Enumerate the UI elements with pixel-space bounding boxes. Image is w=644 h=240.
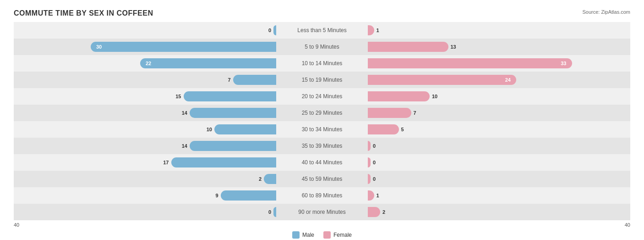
female-bar — [368, 207, 380, 217]
female-bar-container: 1 — [368, 25, 615, 35]
male-section: 2 — [14, 171, 276, 187]
legend-female-label: Female — [333, 232, 352, 238]
table-row: 1520 to 24 Minutes10 — [14, 88, 630, 105]
row-label: 60 to 89 Minutes — [276, 192, 368, 199]
row-label: 20 to 24 Minutes — [276, 93, 368, 100]
male-bar-container: 9 — [29, 190, 276, 201]
female-value: 7 — [414, 110, 416, 116]
row-label: Less than 5 Minutes — [276, 27, 368, 33]
female-bar-container: 13 — [368, 42, 615, 52]
chart-container: COMMUTE TIME BY SEX IN COFFEEN Source: Z… — [0, 0, 644, 240]
female-value: 0 — [373, 176, 376, 182]
row-label: 35 to 39 Minutes — [276, 143, 368, 149]
male-value: 2 — [259, 176, 262, 182]
male-value: 15 — [175, 94, 181, 99]
male-section: 0 — [14, 22, 276, 39]
female-section: 2424 — [368, 72, 630, 88]
male-bar-container: 3030 — [29, 42, 276, 52]
row-label: 45 to 59 Minutes — [276, 176, 368, 182]
male-bar — [233, 75, 277, 85]
male-value-inside: 30 — [96, 44, 102, 50]
female-bar — [368, 108, 411, 118]
table-row: 1030 to 34 Minutes5 — [14, 121, 630, 138]
row-label: 5 to 9 Minutes — [276, 44, 368, 50]
female-bar — [368, 141, 371, 151]
row-label: 10 to 14 Minutes — [276, 60, 368, 67]
female-value: 0 — [373, 160, 376, 165]
table-row: 960 to 89 Minutes1 — [14, 187, 630, 204]
female-value-inside: 33 — [561, 61, 566, 66]
female-section: 0 — [368, 171, 630, 187]
male-bar-container: 15 — [29, 91, 276, 101]
male-value-inside: 22 — [146, 61, 151, 66]
table-row: 30305 to 9 Minutes13 — [14, 39, 630, 55]
chart-title: COMMUTE TIME BY SEX IN COFFEEN — [14, 9, 630, 17]
male-value: 10 — [207, 127, 212, 132]
female-value: 1 — [377, 193, 379, 198]
axis-right: 40 — [625, 222, 630, 228]
female-bar-container: 7 — [368, 108, 615, 118]
female-section: 1 — [368, 22, 630, 39]
male-section: 9 — [14, 187, 276, 204]
male-section: 15 — [14, 88, 276, 105]
female-bar — [368, 174, 371, 184]
female-section: 0 — [368, 154, 630, 171]
female-section: 5 — [368, 121, 630, 138]
female-bar-container: 1 — [368, 190, 615, 201]
female-bar-container: 2424 — [368, 75, 615, 85]
female-value: 13 — [451, 44, 456, 50]
male-bar — [190, 108, 276, 118]
female-value: 5 — [401, 127, 404, 132]
male-bar-container: 7 — [29, 75, 276, 85]
female-bar-container: 5 — [368, 124, 615, 134]
female-bar — [368, 42, 448, 52]
male-bar-container: 14 — [29, 108, 276, 118]
male-bar: 22 — [140, 58, 276, 68]
row-label: 25 to 29 Minutes — [276, 110, 368, 116]
table-row: 0Less than 5 Minutes1 — [14, 22, 630, 39]
female-bar — [368, 157, 371, 167]
female-bar: 33 — [368, 58, 572, 68]
male-bar-container: 14 — [29, 141, 276, 151]
male-bar — [214, 124, 276, 134]
legend-male-box — [292, 231, 300, 239]
male-bar-container: 17 — [29, 157, 276, 167]
female-section: 10 — [368, 88, 630, 105]
male-section: 17 — [14, 154, 276, 171]
female-bar — [368, 91, 430, 101]
female-section: 0 — [368, 138, 630, 154]
male-value: 14 — [182, 110, 187, 116]
male-section: 10 — [14, 121, 276, 138]
male-value: 14 — [182, 143, 187, 149]
axis-left: 40 — [14, 222, 19, 228]
table-row: 715 to 19 Minutes2424 — [14, 72, 630, 88]
female-bar-container: 0 — [368, 174, 615, 184]
axis-labels: 40 40 — [14, 222, 630, 228]
female-section: 13 — [368, 39, 630, 55]
male-bar-container: 2222 — [29, 58, 276, 68]
female-value-inside: 24 — [505, 77, 511, 83]
female-value: 2 — [382, 209, 385, 215]
male-bar-container: 0 — [29, 25, 276, 35]
male-section: 7 — [14, 72, 276, 88]
female-section: 7 — [368, 105, 630, 121]
male-bar-container: 2 — [29, 174, 276, 184]
female-value: 0 — [373, 143, 376, 149]
male-value: 0 — [268, 209, 271, 215]
male-section: 2222 — [14, 55, 276, 72]
legend: Male Female — [14, 231, 630, 239]
female-bar-container: 10 — [368, 91, 615, 101]
chart-area: 0Less than 5 Minutes130305 to 9 Minutes1… — [14, 22, 630, 220]
legend-female: Female — [323, 231, 352, 239]
male-value: 17 — [163, 160, 169, 165]
female-bar-container: 2 — [368, 207, 615, 217]
legend-female-box — [323, 231, 331, 239]
table-row: 222210 to 14 Minutes3333 — [14, 55, 630, 72]
male-bar: 30 — [91, 42, 276, 52]
male-bar — [264, 174, 276, 184]
row-label: 40 to 44 Minutes — [276, 159, 368, 166]
row-label: 30 to 34 Minutes — [276, 126, 368, 133]
table-row: 1740 to 44 Minutes0 — [14, 154, 630, 171]
female-section: 2 — [368, 204, 630, 220]
male-section: 14 — [14, 138, 276, 154]
